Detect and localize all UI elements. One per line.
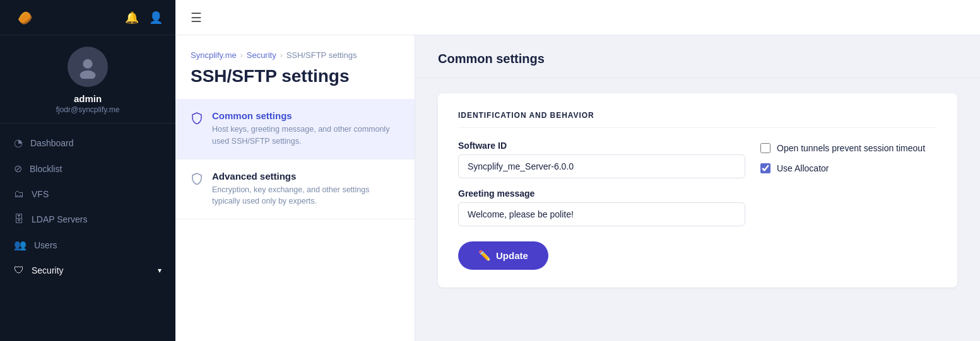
page-nav-panel: Syncplify.me › Security › SSH/SFTP setti… bbox=[175, 35, 415, 341]
breadcrumb-current: SSH/SFTP settings bbox=[286, 50, 357, 60]
sidebar-item-vfs[interactable]: 🗂 VFS bbox=[0, 182, 175, 207]
greeting-message-field: Greeting message bbox=[458, 188, 745, 226]
section-advanced-title: Advanced settings bbox=[212, 171, 399, 182]
avatar bbox=[68, 47, 108, 87]
shield-outline-icon-2 bbox=[191, 172, 203, 187]
sidebar-item-label: Users bbox=[34, 240, 57, 250]
open-tunnels-label: Open tunnels prevent session timeout bbox=[777, 143, 925, 153]
sidebar-item-blocklist[interactable]: ⊘ Blocklist bbox=[0, 156, 175, 182]
sidebar-item-ldap[interactable]: 🗄 LDAP Servers bbox=[0, 207, 175, 232]
breadcrumb-syncplify[interactable]: Syncplify.me bbox=[191, 50, 237, 60]
svg-point-0 bbox=[83, 59, 92, 69]
update-button[interactable]: ✏️ Update bbox=[458, 241, 548, 270]
chart-icon: ◔ bbox=[14, 137, 23, 149]
settings-panel: Common settings IDENTIFICATION AND BEHAV… bbox=[415, 35, 980, 341]
sidebar-item-dashboard[interactable]: ◔ Dashboard bbox=[0, 130, 175, 156]
greeting-message-label: Greeting message bbox=[458, 188, 745, 199]
software-id-input[interactable] bbox=[458, 154, 745, 178]
software-id-field: Software ID bbox=[458, 141, 745, 178]
sidebar-item-users[interactable]: 👥 Users bbox=[0, 232, 175, 258]
checkbox-group: Open tunnels prevent session timeout Use… bbox=[760, 141, 937, 226]
sidebar-item-label: Blocklist bbox=[30, 164, 62, 174]
use-allocator-label: Use Allocator bbox=[777, 163, 829, 173]
breadcrumb-sep-1: › bbox=[240, 51, 243, 60]
username: admin bbox=[74, 93, 102, 104]
sidebar-item-label: LDAP Servers bbox=[32, 214, 87, 224]
shield-icon: 🛡 bbox=[14, 265, 24, 276]
open-tunnels-checkbox[interactable] bbox=[760, 143, 770, 153]
use-allocator-checkbox[interactable] bbox=[760, 163, 770, 173]
breadcrumb: Syncplify.me › Security › SSH/SFTP setti… bbox=[175, 50, 415, 60]
section-common-title: Common settings bbox=[212, 110, 399, 121]
users-icon: 👥 bbox=[14, 239, 27, 251]
section-common-content: Common settings Host keys, greeting mess… bbox=[212, 110, 399, 147]
user-email: fjodr@syncplify.me bbox=[56, 105, 120, 114]
shield-outline-icon bbox=[191, 112, 203, 127]
settings-panel-header: Common settings bbox=[415, 35, 980, 78]
hamburger-button[interactable]: ☰ bbox=[191, 10, 202, 25]
software-id-label: Software ID bbox=[458, 141, 745, 151]
breadcrumb-security[interactable]: Security bbox=[247, 50, 276, 60]
sidebar: 🔔 👤 admin fjodr@syncplify.me ◔ Dashboard… bbox=[0, 0, 175, 341]
block-icon: ⊘ bbox=[14, 163, 22, 175]
section-item-advanced[interactable]: Advanced settings Encryption, key exchan… bbox=[175, 159, 415, 220]
open-tunnels-checkbox-item[interactable]: Open tunnels prevent session timeout bbox=[760, 143, 937, 153]
sidebar-item-label: Dashboard bbox=[30, 138, 74, 148]
ldap-icon: 🗄 bbox=[14, 214, 24, 225]
breadcrumb-sep-2: › bbox=[280, 51, 283, 60]
greeting-message-input[interactable] bbox=[458, 202, 745, 226]
sidebar-item-label: VFS bbox=[32, 189, 49, 199]
section-heading: IDENTIFICATION AND BEHAVIOR bbox=[458, 111, 937, 128]
update-button-label: Update bbox=[496, 250, 528, 261]
section-advanced-content: Advanced settings Encryption, key exchan… bbox=[212, 171, 399, 208]
sidebar-nav: ◔ Dashboard ⊘ Blocklist 🗂 VFS 🗄 LDAP Ser… bbox=[0, 124, 175, 341]
use-allocator-checkbox-item[interactable]: Use Allocator bbox=[760, 163, 937, 173]
sidebar-topbar: 🔔 👤 bbox=[0, 0, 175, 35]
section-item-common[interactable]: Common settings Host keys, greeting mess… bbox=[175, 99, 415, 159]
folder-icon: 🗂 bbox=[14, 188, 24, 200]
page-title: SSH/SFTP settings bbox=[175, 66, 415, 86]
settings-card: IDENTIFICATION AND BEHAVIOR Software ID … bbox=[438, 93, 957, 287]
sidebar-item-security[interactable]: 🛡 Security ▾ bbox=[0, 258, 175, 283]
section-common-desc: Host keys, greeting message, and other c… bbox=[212, 124, 399, 147]
sidebar-item-label: Security bbox=[32, 265, 64, 275]
chevron-down-icon: ▾ bbox=[158, 266, 162, 275]
logo bbox=[13, 5, 35, 30]
notifications-button[interactable]: 🔔 bbox=[125, 11, 139, 25]
svg-point-1 bbox=[80, 71, 96, 79]
content-area: Syncplify.me › Security › SSH/SFTP setti… bbox=[175, 35, 980, 341]
settings-grid: Software ID Greeting message Open tunnel… bbox=[458, 141, 937, 226]
pencil-icon: ✏️ bbox=[478, 250, 491, 262]
field-group-left: Software ID Greeting message bbox=[458, 141, 745, 226]
user-profile: admin fjodr@syncplify.me bbox=[0, 35, 175, 124]
section-advanced-desc: Encryption, key exchange, and other sett… bbox=[212, 184, 399, 208]
user-menu-button[interactable]: 👤 bbox=[149, 11, 163, 25]
main-area: ☰ Syncplify.me › Security › SSH/SFTP set… bbox=[175, 0, 980, 341]
top-bar: ☰ bbox=[175, 0, 980, 35]
